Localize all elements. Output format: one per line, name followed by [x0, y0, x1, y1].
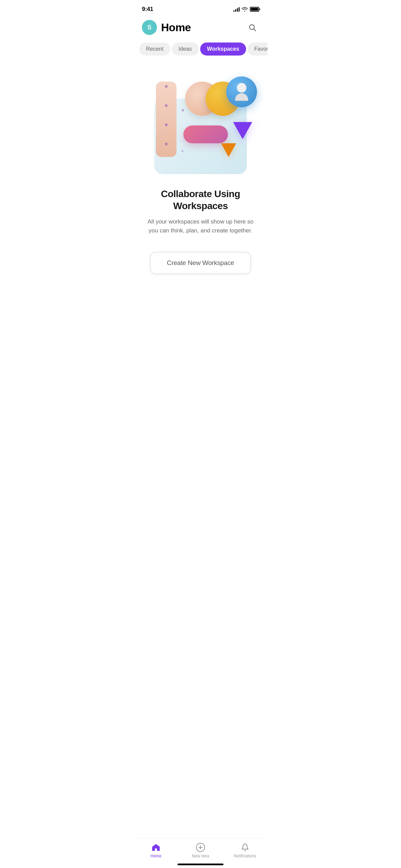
circle-blue-avatar [226, 76, 257, 107]
status-icons [233, 7, 259, 12]
status-time: 9:41 [142, 6, 153, 13]
main-content: Collaborate Using Workspaces All your wo… [134, 58, 267, 281]
page-title: Home [161, 21, 191, 34]
workspace-illustration [149, 71, 252, 174]
avatar-head [237, 83, 246, 93]
triangle-purple [233, 122, 252, 139]
wifi-icon [242, 7, 248, 12]
search-button[interactable] [245, 21, 259, 34]
tab-ideas[interactable]: Ideas [172, 43, 199, 56]
avatar[interactable]: S [142, 20, 157, 35]
header: S Home [134, 17, 267, 40]
tab-favourites[interactable]: Favourites [247, 43, 267, 56]
svg-line-1 [254, 29, 256, 31]
pill-shape [183, 125, 228, 143]
workspace-headline: Collaborate Using Workspaces [145, 188, 256, 212]
illustration-left-panel [156, 82, 177, 157]
avatar-body [235, 93, 248, 101]
header-left: S Home [142, 20, 191, 35]
create-workspace-button[interactable]: Create New Workspace [150, 252, 251, 274]
search-icon [248, 23, 256, 32]
tab-bar: Recent Ideas Workspaces Favourites [134, 40, 267, 58]
scatter-dot [182, 109, 184, 111]
signal-bars-icon [233, 7, 240, 12]
triangle-orange [221, 143, 236, 157]
workspace-subtext: All your workspaces will show up here so… [146, 217, 255, 236]
status-bar: 9:41 [134, 0, 267, 17]
tab-recent[interactable]: Recent [139, 43, 170, 56]
battery-icon [250, 7, 259, 12]
tab-workspaces[interactable]: Workspaces [200, 43, 246, 56]
avatar-figure [235, 83, 248, 101]
scatter-dot [182, 150, 183, 152]
